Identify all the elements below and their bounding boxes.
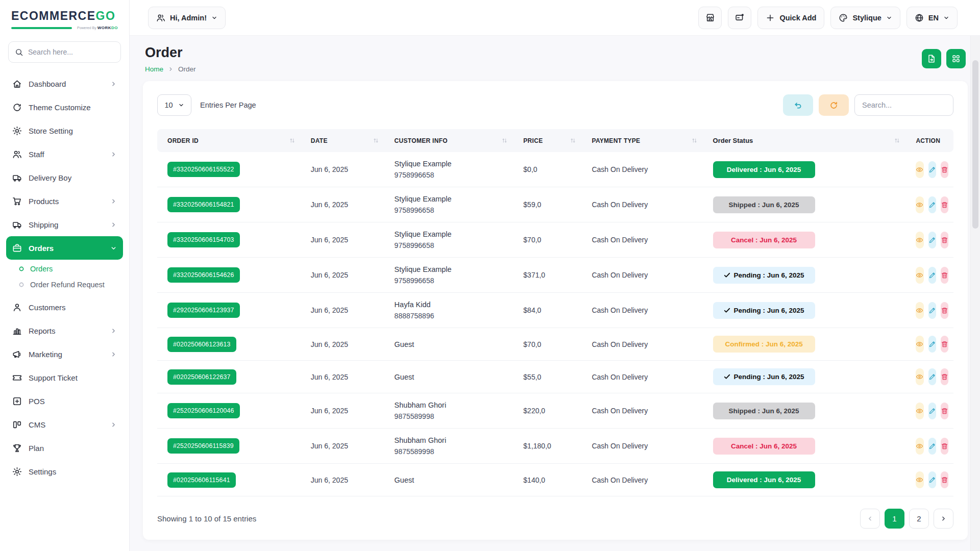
- column-header-price[interactable]: PRICE: [513, 129, 581, 152]
- delete-order-button[interactable]: [941, 161, 948, 178]
- sidebar-subitem-order-refund-request[interactable]: Order Refund Request: [15, 277, 123, 292]
- delete-order-button[interactable]: [941, 196, 948, 213]
- customer-phone: 9875589998: [395, 412, 508, 420]
- edit-order-button[interactable]: [928, 267, 936, 284]
- refresh-button[interactable]: [819, 94, 849, 116]
- sidebar-item-support-ticket[interactable]: Support Ticket: [6, 366, 123, 389]
- view-order-button[interactable]: [916, 403, 923, 419]
- sidebar-item-products[interactable]: Products: [6, 189, 123, 213]
- edit-order-button[interactable]: [928, 368, 936, 385]
- order-id-badge[interactable]: #2520250606115839: [167, 438, 239, 454]
- sidebar-item-orders[interactable]: Orders: [6, 236, 123, 260]
- edit-order-button[interactable]: [928, 232, 936, 248]
- undo-button[interactable]: [783, 94, 813, 116]
- delete-order-button[interactable]: [941, 471, 948, 488]
- payment-type: Cash On Delivery: [581, 464, 702, 496]
- sidebar-item-cms[interactable]: CMS: [6, 413, 123, 436]
- sidebar-item-customers[interactable]: Customers: [6, 295, 123, 319]
- sidebar-search-input[interactable]: [28, 48, 114, 56]
- language-selector-button[interactable]: EN: [906, 7, 958, 29]
- view-order-button[interactable]: [916, 302, 923, 319]
- showing-entries-text: Showing 1 to 10 of 15 entries: [157, 514, 256, 523]
- edit-order-button[interactable]: [928, 336, 936, 353]
- edit-order-button[interactable]: [928, 161, 936, 178]
- column-header-date[interactable]: DATE: [301, 129, 384, 152]
- edit-order-button[interactable]: [928, 471, 936, 488]
- sidebar-item-delivery-boy[interactable]: Delivery Boy: [6, 166, 123, 189]
- order-id-badge[interactable]: #020250606123613: [167, 337, 236, 352]
- view-order-button[interactable]: [916, 267, 923, 284]
- sidebar-item-settings[interactable]: Settings: [6, 460, 123, 483]
- breadcrumb-home-link[interactable]: Home: [145, 65, 163, 73]
- sidebar-item-shipping[interactable]: Shipping: [6, 213, 123, 236]
- order-id-badge[interactable]: #2520250606120046: [167, 403, 240, 418]
- storefront-button[interactable]: [698, 7, 722, 29]
- order-status-label: Delivered : Jun 6, 2025: [727, 166, 801, 173]
- sidebar-item-marketing[interactable]: Marketing: [6, 342, 123, 366]
- sidebar-item-theme-customize[interactable]: Theme Customize: [6, 95, 123, 119]
- edit-order-button[interactable]: [928, 302, 936, 319]
- scrollbar-thumb[interactable]: [972, 60, 978, 229]
- delete-order-button[interactable]: [941, 336, 948, 353]
- export-button[interactable]: [922, 49, 941, 68]
- pagination-page-button-1[interactable]: 1: [885, 509, 904, 529]
- view-order-button[interactable]: [916, 438, 923, 455]
- delete-order-button[interactable]: [941, 267, 948, 284]
- delete-order-button[interactable]: [941, 302, 948, 319]
- delete-order-button[interactable]: [941, 368, 948, 385]
- order-id-badge[interactable]: #020250606115641: [167, 472, 236, 488]
- column-header-order-id[interactable]: ORDER ID: [157, 129, 301, 152]
- view-order-button[interactable]: [916, 196, 923, 213]
- eye-icon: [916, 166, 923, 173]
- column-label: CUSTOMER INFO: [395, 137, 448, 144]
- pagination-page-button-2[interactable]: 2: [909, 509, 929, 529]
- order-id-badge[interactable]: #3320250606154821: [167, 197, 240, 212]
- quick-add-button[interactable]: Quick Add: [757, 7, 824, 29]
- column-header-payment-type[interactable]: PAYMENT TYPE: [581, 129, 702, 152]
- brand-logo[interactable]: ECOMMERCEGO Powered By WORKDO: [0, 0, 129, 33]
- sidebar-item-pos[interactable]: POS: [6, 389, 123, 413]
- delete-order-button[interactable]: [941, 403, 948, 419]
- order-id-badge[interactable]: #3320250606155522: [167, 162, 240, 177]
- theme-selector-button[interactable]: Stylique: [830, 7, 900, 29]
- delete-order-button[interactable]: [941, 232, 948, 248]
- page-scrollbar[interactable]: [970, 36, 980, 551]
- column-header-customer-info[interactable]: CUSTOMER INFO: [384, 129, 513, 152]
- view-order-button[interactable]: [916, 471, 923, 488]
- view-order-button[interactable]: [916, 336, 923, 353]
- user-menu-button[interactable]: Hi, Admin!: [148, 7, 226, 29]
- view-order-button[interactable]: [916, 368, 923, 385]
- table-search-input[interactable]: [854, 94, 953, 116]
- pencil-icon: [928, 201, 936, 209]
- entries-per-page-select[interactable]: 10: [157, 94, 191, 116]
- check-icon: [724, 272, 730, 279]
- refresh-icon: [829, 101, 838, 110]
- trash-icon: [941, 407, 948, 415]
- view-order-button[interactable]: [916, 232, 923, 248]
- view-order-button[interactable]: [916, 161, 923, 178]
- pencil-icon: [928, 340, 936, 348]
- pagination-next-button[interactable]: [934, 509, 953, 529]
- sidebar-item-dashboard[interactable]: Dashboard: [6, 72, 123, 95]
- sidebar-item-plan[interactable]: Plan: [6, 436, 123, 460]
- delete-order-button[interactable]: [941, 438, 948, 455]
- order-id-badge[interactable]: #2920250606123937: [167, 303, 240, 318]
- sidebar-subitem-orders[interactable]: Orders: [15, 261, 123, 277]
- sidebar-item-store-setting[interactable]: Store Setting: [6, 119, 123, 142]
- edit-order-button[interactable]: [928, 438, 936, 455]
- order-id-badge[interactable]: #3320250606154626: [167, 267, 240, 283]
- order-id-badge[interactable]: #020250606122637: [167, 369, 236, 385]
- order-row: #3320250606154821Jun 6, 2025Stylique Exa…: [157, 187, 953, 222]
- pencil-icon: [928, 476, 936, 484]
- messages-button[interactable]: [728, 7, 751, 29]
- order-id-badge[interactable]: #3320250606154703: [167, 232, 240, 247]
- order-status-label: Pending : Jun 6, 2025: [734, 307, 804, 314]
- pagination-prev-button[interactable]: [860, 509, 880, 529]
- grid-view-button[interactable]: [946, 49, 966, 68]
- edit-order-button[interactable]: [928, 196, 936, 213]
- sidebar-item-reports[interactable]: Reports: [6, 319, 123, 342]
- edit-order-button[interactable]: [928, 403, 936, 419]
- column-header-order-status[interactable]: Order Status: [703, 129, 906, 152]
- column-label: ORDER ID: [167, 137, 199, 144]
- sidebar-item-staff[interactable]: Staff: [6, 142, 123, 166]
